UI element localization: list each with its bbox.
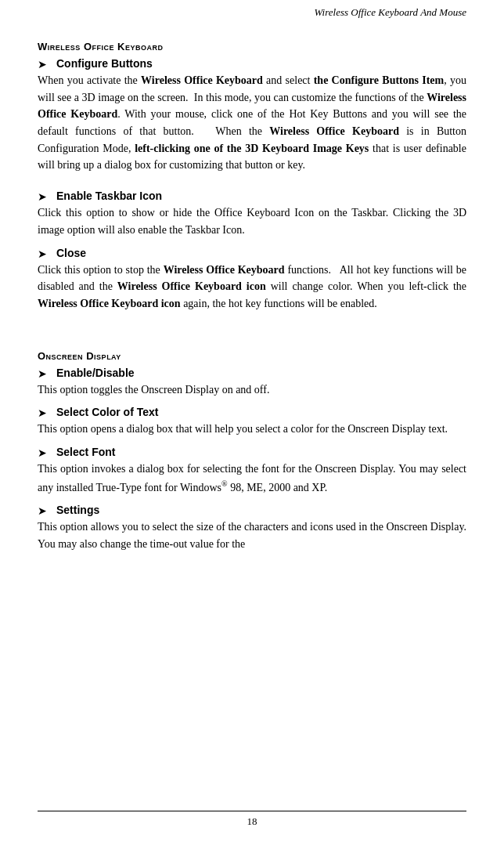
bullet-body-close: Click this option to stop the Wireless O… [38,262,466,313]
section-onscreen-display: Onscreen Display ➤ Enable/Disable This o… [38,350,466,553]
bullet-heading-settings: Settings [56,504,99,516]
bullet-enable-disable: ➤ Enable/Disable This option toggles the… [38,367,466,399]
bullet-heading-configure: Configure Buttons [56,57,153,70]
bullet-select-font: ➤ Select Font This option invokes a dial… [38,446,466,496]
bullet-heading-close: Close [56,247,86,259]
bullet-heading-taskbar: Enable Taskbar Icon [56,190,162,202]
section-title-onscreen: Onscreen Display [38,350,466,362]
page: Wireless Office Keyboard And Mouse Wirel… [0,0,504,842]
bullet-heading-enable-disable: Enable/Disable [56,367,135,379]
bullet-arrow-icon: ➤ [38,190,47,203]
bullet-arrow-icon: ➤ [38,504,47,517]
bullet-body-select-font: This option invokes a dialog box for sel… [38,461,466,496]
section-title-wireless: Wireless Office Keyboard [38,41,466,52]
page-number: 18 [247,815,257,827]
bullet-enable-taskbar: ➤ Enable Taskbar Icon Click this option … [38,190,466,238]
page-header: Wireless Office Keyboard And Mouse [38,0,466,27]
bullet-arrow-icon: ➤ [38,446,47,459]
header-text: Wireless Office Keyboard And Mouse [315,6,467,18]
bullet-body-settings: This option allows you to select the siz… [38,519,466,552]
bullet-body-configure: When you activate the Wireless Office Ke… [38,72,466,174]
bullet-heading-select-font: Select Font [56,446,115,458]
bullet-select-color: ➤ Select Color of Text This option opens… [38,406,466,438]
bullet-configure-buttons: ➤ Configure Buttons When you activate th… [38,57,466,174]
bullet-arrow-icon: ➤ [38,248,47,260]
bullet-heading-select-color: Select Color of Text [56,406,158,418]
bullet-body-enable-disable: This option toggles the Onscreen Display… [38,381,466,399]
bullet-body-select-color: This option opens a dialog box that will… [38,421,466,438]
bullet-arrow-icon: ➤ [38,407,47,419]
bullet-arrow-icon: ➤ [38,58,47,70]
bullet-arrow-icon: ➤ [38,367,47,380]
bullet-body-taskbar: Click this option to show or hide the Of… [38,204,466,238]
section-wireless-office-keyboard: Wireless Office Keyboard ➤ Configure But… [38,41,466,313]
bullet-close: ➤ Close Click this option to stop the Wi… [38,247,466,313]
page-footer: 18 [38,811,466,828]
bullet-settings: ➤ Settings This option allows you to sel… [38,504,466,552]
